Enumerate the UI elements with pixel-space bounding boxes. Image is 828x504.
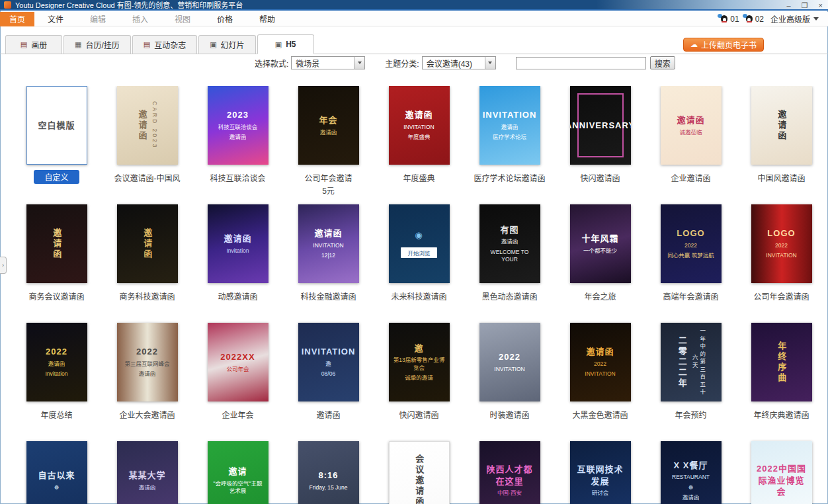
template-card[interactable]: 自古以来☸ [11,441,102,504]
template-card[interactable]: 某某大学邀请函 [102,441,192,504]
template-card[interactable]: INVITATION邀请函医疗学术论坛医疗学术论坛邀请函 [464,86,555,204]
template-thumbnail[interactable]: 某某大学邀请函 [117,441,178,504]
side-panel-toggle[interactable]: › [0,257,7,274]
template-thumbnail[interactable]: 年终序曲 [751,323,812,401]
template-card[interactable]: ANNIVERSARY快闪邀请函 [555,86,645,204]
template-card[interactable]: 2022邀请函Invitation年度总结 [11,323,102,441]
template-card[interactable]: LOGO2022INVITATION公司年会邀请函 [736,204,827,323]
template-thumbnail[interactable]: INVITATION邀08/06 [298,323,359,401]
template-thumbnail[interactable]: 邀请函INVITATION12|12 [298,204,359,283]
template-card[interactable]: 2023科技互联洽谈会邀请函科技互联洽谈会 [192,86,283,204]
template-thumbnail[interactable]: 会议邀请函 [389,441,450,504]
template-card[interactable]: LOGO2022同心共赢 筑梦远航高端年会邀请函 [645,204,736,323]
template-card[interactable]: 邀请函诚邀莅临企业邀请函 [645,86,736,204]
template-thumbnail[interactable]: 邀请函 [751,86,812,165]
menu-item-帮助[interactable]: 帮助 [246,12,288,26]
dropdown-arrow-icon[interactable] [354,57,364,69]
menu-item-视图[interactable]: 视图 [161,12,204,26]
template-card[interactable]: 会议邀请函 [374,441,464,504]
template-card[interactable]: 邀请函Invitation动感邀请函 [192,204,283,323]
template-card[interactable]: X X餐厅RESTAURANT☸邀请函 [645,441,736,504]
search-button[interactable]: 搜索 [650,56,675,69]
template-thumbnail[interactable]: 2022第三届互联网峰会邀请函 [117,323,178,401]
template-card[interactable]: 2022INVITATION时装邀请函 [464,323,555,441]
template-thumbnail[interactable]: 邀请函INVITATION年度盛典 [389,86,450,165]
menu-item-首页[interactable]: 首页 [0,12,34,26]
template-card[interactable]: 邀第13届新零售产业博览会诚挚的邀请快闪邀请函 [374,323,464,441]
template-card[interactable]: 邀请函商务科技邀请函 [102,204,192,323]
template-card[interactable]: 2022中国国际渔业博览会 [736,441,827,504]
category-select[interactable]: 会议邀请(43) [422,56,496,69]
template-thumbnail[interactable]: 互联网技术发展研讨会 [570,441,631,504]
template-card[interactable]: 邀请函中国风邀请函 [736,86,827,204]
menu-item-价格[interactable]: 价格 [204,12,246,26]
style-select[interactable]: 微场景 [291,56,365,69]
template-thumbnail[interactable]: ◉开始浏览 [389,204,450,283]
template-card[interactable]: 陕西人才都在这里中国·西安 [464,441,555,504]
template-card[interactable]: INVITATION邀08/06邀请函 [283,323,374,441]
template-thumbnail[interactable]: 邀第13届新零售产业博览会诚挚的邀请 [389,323,450,401]
template-thumbnail[interactable]: 邀请函诚邀莅临 [661,86,722,165]
template-thumbnail[interactable]: 邀请函 [26,204,87,283]
template-card[interactable]: 邀请函INVITATION12|12科技金融邀请函 [283,204,374,323]
template-thumbnail[interactable]: 有图邀请函WELCOME TO YOUR [479,204,540,283]
template-card[interactable]: 年会邀请函公司年会邀请5元 [283,86,374,204]
template-card[interactable]: 年终序曲年终庆典邀请函 [736,323,827,441]
template-thumbnail[interactable]: LOGO2022同心共赢 筑梦远航 [661,204,722,283]
tab-互动杂志[interactable]: ▤互动杂志 [132,35,197,54]
template-thumbnail[interactable]: 2023科技互联洽谈会邀请函 [208,86,269,165]
template-card[interactable]: 邀请函2022INVITATION大黑金色邀请函 [555,323,645,441]
qq-account[interactable]: 02 [745,15,764,24]
tab-H5[interactable]: ▣H5 [257,34,314,54]
template-thumbnail[interactable]: LOGO2022INVITATION [751,204,812,283]
template-thumbnail[interactable]: 8:16Friday, 15 June [298,441,359,504]
template-thumbnail[interactable]: 2022中国国际渔业博览会 [751,441,812,504]
qq-account[interactable]: 01 [720,15,739,24]
template-thumbnail[interactable]: 邀请函 [117,204,178,283]
template-card[interactable]: 十年风霜一个都不能少年会之旅 [555,204,645,323]
template-card[interactable]: 邀请函INVITATION年度盛典年度盛典 [374,86,464,204]
template-card[interactable]: 二零二二年一年中的第三百五十六天年会预约 [645,323,736,441]
template-thumbnail[interactable]: ANNIVERSARY [570,86,631,165]
template-thumbnail[interactable]: 邀请函2022INVITATION [570,323,631,401]
template-thumbnail[interactable]: 年会邀请函 [298,86,359,165]
template-thumbnail[interactable]: 二零二二年一年中的第三百五十六天 [661,323,722,401]
template-card[interactable]: ◉开始浏览未来科技邀请函 [374,204,464,323]
template-card[interactable]: 2022第三届互联网峰会邀请函企业大会邀请函 [102,323,192,441]
tab-幻灯片[interactable]: ▣幻灯片 [198,35,255,54]
menu-item-插入[interactable]: 插入 [119,12,161,26]
template-thumbnail[interactable]: 邀请"会呼吸的空气"主题艺术展 [208,441,269,504]
customize-button[interactable]: 自定义 [34,170,79,184]
dropdown-arrow-icon[interactable] [485,57,495,69]
template-card[interactable]: 互联网技术发展研讨会 [555,441,645,504]
template-thumbnail[interactable]: 自古以来☸ [26,441,87,504]
template-card[interactable]: 2022XX公司年会企业年会 [192,323,283,441]
template-thumbnail[interactable]: 陕西人才都在这里中国·西安 [479,441,540,504]
template-thumbnail[interactable]: 邀请函CARD 2023 [117,86,178,165]
template-thumbnail[interactable]: X X餐厅RESTAURANT☸邀请函 [661,441,722,504]
template-card[interactable]: 邀请"会呼吸的空气"主题艺术展 [192,441,283,504]
template-card[interactable]: 有图邀请函WELCOME TO YOUR黑色动态邀请函 [464,204,555,323]
template-thumbnail[interactable]: 十年风霜一个都不能少 [570,204,631,283]
template-card[interactable]: 空白模版自定义 [11,86,102,204]
template-thumbnail[interactable]: 邀请函Invitation [208,204,269,283]
minimize-icon[interactable]: – [787,0,791,11]
plan-dropdown[interactable]: 企业高级版 [770,13,819,24]
close-icon[interactable]: × [819,0,823,11]
template-thumbnail[interactable]: INVITATION邀请函医疗学术论坛 [479,86,540,165]
template-card[interactable]: 邀请函商务会议邀请函 [11,204,102,323]
template-card[interactable]: 邀请函CARD 2023会议邀请函-中国风 [102,86,192,204]
tab-台历/挂历[interactable]: ▦台历/挂历 [63,35,131,54]
thumbnail-browse-button[interactable]: 开始浏览 [401,247,436,258]
template-thumbnail[interactable]: 2022邀请函Invitation [26,323,87,401]
restore-icon[interactable]: ❐ [802,0,808,11]
menu-item-编辑[interactable]: 编辑 [77,12,119,26]
template-thumbnail[interactable]: 空白模版 [26,86,87,165]
menu-item-文件[interactable]: 文件 [34,12,77,26]
search-input[interactable] [516,57,646,69]
template-thumbnail[interactable]: 2022XX公司年会 [208,323,269,401]
template-thumbnail[interactable]: 2022INVITATION [479,323,540,401]
upload-ebook-button[interactable]: ☁ 上传翻页电子书 [683,38,764,52]
template-card[interactable]: 8:16Friday, 15 June [283,441,374,504]
tab-画册[interactable]: ▤画册 [5,35,62,54]
